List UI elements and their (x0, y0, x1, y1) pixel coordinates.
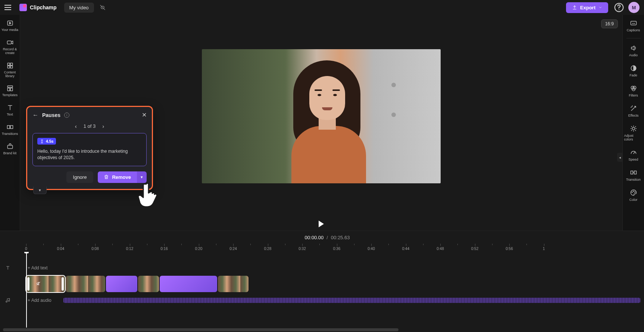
rr-audio[interactable]: Audio (623, 42, 644, 59)
aspect-ratio-button[interactable]: 16:9 (601, 19, 618, 28)
filters-icon (630, 85, 637, 92)
play-icon (319, 221, 324, 227)
timeline-horizontal-scrollbar[interactable] (0, 328, 644, 332)
rail-label: Text (7, 113, 13, 117)
svg-rect-9 (10, 88, 12, 91)
rail-templates[interactable]: Templates (1, 82, 19, 99)
audio-waveform[interactable] (63, 298, 640, 303)
menu-button[interactable] (4, 3, 14, 12)
pause-duration-badge: 4.5s (37, 138, 56, 145)
ruler-label: 0:32 (298, 247, 306, 251)
clip-handle-left[interactable] (27, 277, 29, 291)
playback-controls (20, 217, 622, 231)
rr-color[interactable]: Color (623, 187, 644, 204)
clip-handle-right[interactable] (62, 277, 64, 291)
svg-point-24 (634, 192, 635, 193)
timeline-tracks[interactable]: + Add text + Add audio (0, 252, 644, 328)
pause-gap-1[interactable] (106, 276, 137, 292)
preview-top-right: 16:9 (601, 19, 618, 28)
video-track[interactable] (26, 276, 644, 293)
rail-brand-kit[interactable]: Brand kit (1, 140, 19, 158)
rr-transition[interactable]: Transition (623, 167, 644, 184)
timeline-toolbar: 00:00.00 / 00:25.63 (0, 231, 644, 244)
current-time: 00:00.00 (305, 235, 324, 240)
ruler-tick (371, 244, 372, 246)
transitions-icon (6, 123, 14, 131)
ruler-minor-tick (492, 244, 493, 245)
ruler-label: 0:56 (506, 247, 513, 251)
video-clip-4[interactable] (218, 276, 248, 292)
right-rail-collapse-handle[interactable]: ◂ (617, 153, 622, 162)
close-button[interactable]: ✕ (142, 111, 147, 118)
sync-status-icon (99, 4, 106, 11)
add-audio-button[interactable]: + Add audio (28, 298, 51, 303)
rr-filters[interactable]: Filters (623, 82, 644, 99)
video-preview-frame (202, 49, 441, 183)
pause-sentence: Hello, today I'd like to introduce the m… (37, 148, 142, 161)
video-clip-2[interactable] (66, 276, 105, 292)
svg-rect-6 (10, 66, 12, 68)
export-button[interactable]: Export (566, 2, 608, 13)
ruler-tick (61, 244, 61, 246)
ruler-tick (199, 244, 199, 246)
video-clip-1[interactable] (26, 276, 65, 292)
ruler-minor-tick (457, 244, 458, 245)
prev-pause-button[interactable]: ‹ (75, 123, 77, 129)
palette-icon (630, 189, 637, 196)
gauge-icon (630, 149, 637, 156)
rail-your-media[interactable]: Your media (1, 17, 19, 34)
add-text-button[interactable]: + Add text (28, 265, 48, 271)
wall-dot-icon (391, 113, 396, 117)
svg-rect-21 (634, 171, 636, 174)
rr-speed[interactable]: Speed (623, 146, 644, 164)
text-track[interactable]: + Add text (26, 263, 644, 273)
rr-adjust-colors[interactable]: Adjust colors (623, 123, 644, 143)
video-clip-3[interactable] (138, 276, 159, 292)
ruler-label: 1 (543, 247, 545, 251)
ruler-label: 0:24 (229, 247, 237, 251)
rail-text[interactable]: Text (1, 102, 19, 119)
play-button[interactable] (319, 221, 324, 227)
pause-card[interactable]: 4.5s Hello, today I'd like to introduce … (32, 133, 147, 166)
fade-icon (630, 64, 637, 72)
timeline-ruler[interactable]: 00:040:080:120:160:200:240:280:320:360:4… (0, 244, 644, 252)
back-button[interactable]: ← (32, 112, 38, 118)
export-label: Export (580, 5, 595, 10)
panel-collapse-tab[interactable]: ▾ (33, 187, 47, 194)
rail-label: Transitions (2, 132, 18, 136)
upload-icon (572, 5, 577, 10)
ignore-button[interactable]: Ignore (66, 171, 94, 183)
rail-content-library[interactable]: Content library (1, 60, 19, 80)
help-button[interactable] (613, 2, 625, 13)
remove-dropdown-button[interactable]: ▾ (137, 171, 147, 183)
rail-record-create[interactable]: Record & create (1, 37, 19, 57)
pause-gap-2[interactable] (160, 276, 217, 292)
music-note-icon (5, 298, 10, 303)
rr-effects[interactable]: Effects (623, 102, 644, 120)
svg-rect-2 (7, 41, 11, 44)
info-icon[interactable]: i (64, 113, 69, 118)
ruler-label: 0:08 (91, 247, 99, 251)
next-pause-button[interactable]: › (102, 123, 104, 129)
scrollbar-thumb[interactable] (3, 328, 398, 331)
svg-rect-8 (7, 88, 10, 91)
pauses-actions: Ignore Remove ▾ (32, 171, 147, 183)
rail-transitions[interactable]: Transitions (1, 121, 19, 138)
project-title-input[interactable]: My video (64, 3, 94, 13)
remove-button[interactable]: Remove (98, 171, 137, 183)
rr-captions[interactable]: Captions (623, 17, 644, 34)
total-duration: 00:25.63 (331, 235, 350, 240)
time-display: 00:00.00 / 00:25.63 (30, 235, 625, 240)
brand[interactable]: Clipchamp (19, 4, 57, 11)
svg-rect-3 (7, 63, 10, 65)
playhead[interactable] (26, 252, 27, 328)
ruler-tick (337, 244, 337, 246)
audio-track[interactable]: + Add audio (26, 296, 644, 305)
ruler-label: 0:28 (264, 247, 271, 251)
ruler-minor-tick (43, 244, 44, 245)
transition-icon (630, 169, 637, 176)
ruler-label: 0:44 (402, 247, 409, 251)
rr-fade[interactable]: Fade (623, 62, 644, 79)
ruler-minor-tick (250, 244, 251, 245)
avatar[interactable]: M (628, 2, 640, 13)
